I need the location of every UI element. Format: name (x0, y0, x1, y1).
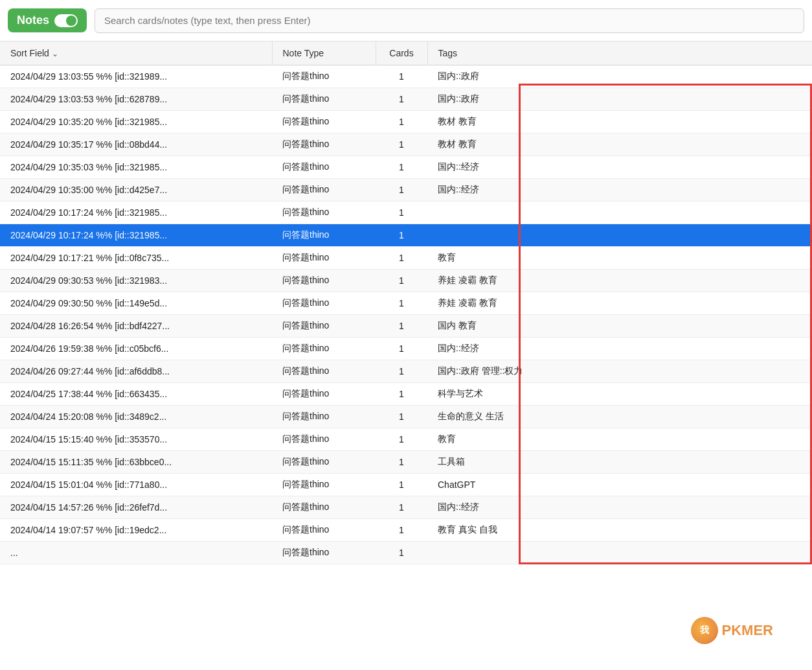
table-row[interactable]: 2024/04/29 13:03:53 %% [id::628789...问答题… (0, 88, 812, 111)
cell-cards: 1 (376, 292, 427, 315)
watermark: 我 PKMER (691, 617, 773, 644)
cell-note-type: 问答题thino (272, 202, 376, 224)
cell-cards: 1 (376, 315, 427, 338)
notes-table-container: Sort Field ⌄ Note Type Cards Tags 2024/0… (0, 41, 812, 564)
table-row[interactable]: 2024/04/15 15:11:35 %% [id::63bbce0...问答… (0, 451, 812, 474)
cell-note-type: 问答题thino (272, 315, 376, 338)
cell-cards: 1 (376, 111, 427, 133)
cell-note-type: 问答题thino (272, 360, 376, 383)
cell-cards: 1 (376, 247, 427, 270)
cell-tags (427, 224, 812, 247)
table-row[interactable]: 2024/04/28 16:26:54 %% [id::bdf4227...问答… (0, 315, 812, 338)
cell-sort-field: 2024/04/29 10:17:24 %% [id::321985... (0, 224, 272, 247)
app-header: Notes (0, 0, 812, 41)
cell-tags: ChatGPT (427, 474, 812, 496)
cell-note-type: 问答题thino (272, 496, 376, 519)
cell-note-type: 问答题thino (272, 65, 376, 88)
search-input[interactable] (95, 8, 804, 33)
cell-tags: 养娃 凌霸 教育 (427, 292, 812, 315)
table-row[interactable]: 2024/04/15 15:15:40 %% [id::353570...问答题… (0, 428, 812, 451)
table-row[interactable]: 2024/04/29 10:17:24 %% [id::321985...问答题… (0, 224, 812, 247)
cell-cards: 1 (376, 542, 427, 564)
table-row[interactable]: 2024/04/15 15:01:04 %% [id::771a80...问答题… (0, 474, 812, 496)
cell-sort-field: 2024/04/15 15:15:40 %% [id::353570... (0, 428, 272, 451)
cell-note-type: 问答题thino (272, 224, 376, 247)
cell-sort-field: ... (0, 542, 272, 564)
cell-sort-field: 2024/04/29 09:30:53 %% [id::321983... (0, 270, 272, 292)
cell-tags: 国内::经济 (427, 496, 812, 519)
cell-tags: 科学与艺术 (427, 383, 812, 406)
cell-note-type: 问答题thino (272, 111, 376, 133)
cell-cards: 1 (376, 360, 427, 383)
cell-tags (427, 542, 812, 564)
cell-sort-field: 2024/04/28 16:26:54 %% [id::bdf4227... (0, 315, 272, 338)
cell-note-type: 问答题thino (272, 156, 376, 179)
table-row[interactable]: 2024/04/24 15:20:08 %% [id::3489c2...问答题… (0, 406, 812, 428)
cell-sort-field: 2024/04/25 17:38:44 %% [id::663435... (0, 383, 272, 406)
cell-note-type: 问答题thino (272, 292, 376, 315)
cell-cards: 1 (376, 133, 427, 156)
cell-sort-field: 2024/04/29 10:35:20 %% [id::321985... (0, 111, 272, 133)
table-row[interactable]: 2024/04/29 10:35:20 %% [id::321985...问答题… (0, 111, 812, 133)
table-row[interactable]: 2024/04/29 09:30:53 %% [id::321983...问答题… (0, 270, 812, 292)
watermark-text: PKMER (722, 622, 773, 639)
cell-sort-field: 2024/04/15 15:11:35 %% [id::63bbce0... (0, 451, 272, 474)
watermark-icon: 我 (691, 617, 718, 644)
cell-sort-field: 2024/04/26 09:27:44 %% [id::af6ddb8... (0, 360, 272, 383)
col-sort-field[interactable]: Sort Field ⌄ (0, 41, 272, 65)
table-row[interactable]: 2024/04/29 09:30:50 %% [id::149e5d...问答题… (0, 292, 812, 315)
cell-tags: 教材 教育 (427, 111, 812, 133)
table-row[interactable]: 2024/04/14 19:07:57 %% [id::19edc2...问答题… (0, 519, 812, 542)
cell-note-type: 问答题thino (272, 383, 376, 406)
cell-tags (427, 202, 812, 224)
cell-tags: 生命的意义 生活 (427, 406, 812, 428)
cell-cards: 1 (376, 156, 427, 179)
cell-cards: 1 (376, 406, 427, 428)
cell-cards: 1 (376, 338, 427, 360)
cell-cards: 1 (376, 383, 427, 406)
table-header-row: Sort Field ⌄ Note Type Cards Tags (0, 41, 812, 65)
cell-sort-field: 2024/04/29 10:35:17 %% [id::08bd44... (0, 133, 272, 156)
notes-badge: Notes (8, 8, 87, 32)
cell-sort-field: 2024/04/29 09:30:50 %% [id::149e5d... (0, 292, 272, 315)
table-row[interactable]: 2024/04/29 10:17:21 %% [id::0f8c735...问答… (0, 247, 812, 270)
cell-cards: 1 (376, 224, 427, 247)
cell-cards: 1 (376, 270, 427, 292)
notes-toggle[interactable] (54, 14, 78, 27)
cell-cards: 1 (376, 474, 427, 496)
cell-cards: 1 (376, 428, 427, 451)
cell-note-type: 问答题thino (272, 338, 376, 360)
table-row[interactable]: 2024/04/29 13:03:55 %% [id::321989...问答题… (0, 65, 812, 88)
cell-sort-field: 2024/04/29 10:35:03 %% [id::321985... (0, 156, 272, 179)
cell-tags: 教育 真实 自我 (427, 519, 812, 542)
cell-cards: 1 (376, 179, 427, 202)
cell-note-type: 问答题thino (272, 451, 376, 474)
cell-note-type: 问答题thino (272, 270, 376, 292)
cell-sort-field: 2024/04/29 10:35:00 %% [id::d425e7... (0, 179, 272, 202)
cell-cards: 1 (376, 496, 427, 519)
table-row[interactable]: ...问答题thino1 (0, 542, 812, 564)
table-row[interactable]: 2024/04/15 14:57:26 %% [id::26fef7d...问答… (0, 496, 812, 519)
cell-cards: 1 (376, 519, 427, 542)
table-row[interactable]: 2024/04/25 17:38:44 %% [id::663435...问答题… (0, 383, 812, 406)
table-row[interactable]: 2024/04/29 10:17:24 %% [id::321985...问答题… (0, 202, 812, 224)
cell-cards: 1 (376, 65, 427, 88)
table-row[interactable]: 2024/04/26 19:59:38 %% [id::c05bcf6...问答… (0, 338, 812, 360)
cell-sort-field: 2024/04/29 10:17:24 %% [id::321985... (0, 202, 272, 224)
cell-note-type: 问答题thino (272, 542, 376, 564)
cell-tags: 教育 (427, 428, 812, 451)
cell-sort-field: 2024/04/24 15:20:08 %% [id::3489c2... (0, 406, 272, 428)
sort-arrow-icon: ⌄ (52, 49, 58, 58)
table-row[interactable]: 2024/04/26 09:27:44 %% [id::af6ddb8...问答… (0, 360, 812, 383)
cell-tags: 国内::政府 (427, 65, 812, 88)
col-tags: Tags (427, 41, 812, 65)
table-row[interactable]: 2024/04/29 10:35:00 %% [id::d425e7...问答题… (0, 179, 812, 202)
table-row[interactable]: 2024/04/29 10:35:03 %% [id::321985...问答题… (0, 156, 812, 179)
cell-sort-field: 2024/04/15 14:57:26 %% [id::26fef7d... (0, 496, 272, 519)
cell-sort-field: 2024/04/29 10:17:21 %% [id::0f8c735... (0, 247, 272, 270)
cell-note-type: 问答题thino (272, 179, 376, 202)
table-row[interactable]: 2024/04/29 10:35:17 %% [id::08bd44...问答题… (0, 133, 812, 156)
cell-tags: 国内::经济 (427, 179, 812, 202)
cell-note-type: 问答题thino (272, 428, 376, 451)
cell-tags: 教育 (427, 247, 812, 270)
